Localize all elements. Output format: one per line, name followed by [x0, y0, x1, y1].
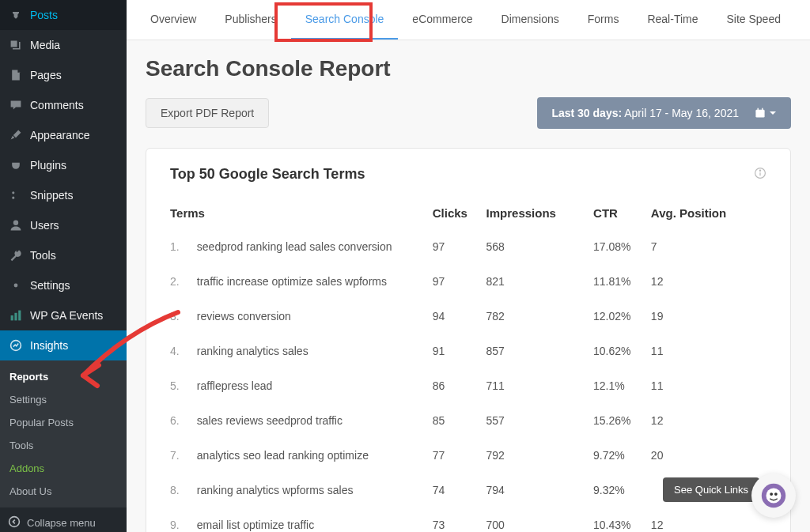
row-clicks: 97	[433, 264, 486, 299]
sidebar-item-insights[interactable]: Insights	[0, 330, 127, 360]
row-term: ranking analytics sales	[197, 334, 433, 368]
svg-rect-7	[755, 110, 764, 118]
table-row: 3. reviews conversion 94 782 12.02% 19	[170, 299, 766, 334]
mascot-button[interactable]	[751, 474, 796, 518]
svg-rect-8	[758, 108, 759, 111]
sidebar-label: Appearance	[30, 129, 90, 141]
row-number: 3.	[170, 299, 197, 334]
sidebar-label: Comments	[30, 99, 84, 111]
sidebar-item-appearance[interactable]: Appearance	[0, 120, 127, 150]
sidebar-label: Users	[30, 219, 59, 232]
info-icon[interactable]	[754, 167, 766, 183]
sidebar-label: Insights	[30, 339, 68, 352]
wrench-icon	[8, 247, 24, 263]
row-number: 5.	[170, 368, 197, 403]
calendar-icon	[755, 108, 777, 119]
tab-dimensions[interactable]: Dimensions	[487, 0, 573, 40]
sidebar-label: Posts	[30, 9, 58, 21]
sidebar-item-plugins[interactable]: Plugins	[0, 150, 127, 180]
sidebar-item-users[interactable]: Users	[0, 210, 127, 240]
row-ctr: 11.81%	[593, 264, 651, 299]
row-ctr: 15.26%	[593, 403, 651, 438]
svg-point-6	[9, 517, 20, 527]
row-clicks: 85	[433, 403, 486, 438]
tab-forms[interactable]: Forms	[573, 0, 634, 40]
main-content: Overview Publishers Search Console eComm…	[127, 0, 810, 532]
tab-ecommerce[interactable]: eCommerce	[398, 0, 486, 40]
tab-publishers[interactable]: Publishers	[210, 0, 290, 40]
table-row: 2. traffic increase optimize sales wpfor…	[170, 264, 766, 299]
sidebar-item-tools[interactable]: Tools	[0, 240, 127, 270]
collapse-menu-button[interactable]: Collapse menu	[0, 507, 127, 532]
svg-rect-4	[18, 311, 21, 321]
sidebar-item-posts[interactable]: Posts	[0, 0, 127, 30]
row-term: seedprod ranking lead sales conversion	[197, 229, 433, 264]
sidebar-label: WP GA Events	[30, 309, 103, 322]
row-number: 7.	[170, 438, 197, 473]
submenu-addons[interactable]: Addons	[0, 457, 127, 480]
svg-point-1	[14, 284, 18, 288]
tab-search-console[interactable]: Search Console	[291, 0, 399, 40]
date-range-picker[interactable]: Last 30 days: April 17 - May 16, 2021	[537, 97, 791, 129]
export-pdf-button[interactable]: Export PDF Report	[146, 98, 269, 128]
table-row: 9. email list optimize traffic 73 700 10…	[170, 507, 766, 532]
svg-point-12	[759, 170, 760, 171]
row-position: 12	[651, 507, 766, 532]
submenu-reports[interactable]: Reports	[0, 365, 127, 388]
search-terms-card: Top 50 Google Search Terms Terms Clicks …	[146, 148, 791, 532]
svg-point-0	[13, 221, 18, 225]
row-impressions: 557	[486, 403, 594, 438]
media-icon	[8, 37, 24, 53]
tab-site-speed[interactable]: Site Speed	[712, 0, 795, 40]
sidebar-item-wp-ga-events[interactable]: WP GA Events	[0, 300, 127, 330]
collapse-label: Collapse menu	[27, 517, 96, 529]
content-area: Search Console Report Export PDF Report …	[127, 40, 810, 532]
page-title: Search Console Report	[146, 56, 791, 81]
row-impressions: 792	[486, 438, 594, 473]
tab-overview[interactable]: Overview	[136, 0, 210, 40]
sidebar-label: Pages	[30, 69, 62, 81]
sidebar-item-comments[interactable]: Comments	[0, 90, 127, 120]
submenu-popular-posts[interactable]: Popular Posts	[0, 411, 127, 434]
row-ctr: 10.43%	[593, 507, 651, 532]
row-impressions: 782	[486, 299, 594, 334]
sidebar-item-pages[interactable]: Pages	[0, 60, 127, 90]
sidebar-item-settings[interactable]: Settings	[0, 270, 127, 300]
submenu-about-us[interactable]: About Us	[0, 480, 127, 503]
report-tabs: Overview Publishers Search Console eComm…	[127, 0, 810, 40]
date-range-prefix: Last 30 days:	[551, 107, 622, 119]
table-row: 5. rafflepress lead 86 711 12.1% 11	[170, 368, 766, 403]
table-row: 1. seedprod ranking lead sales conversio…	[170, 229, 766, 264]
row-position: 12	[651, 264, 766, 299]
submenu-tools[interactable]: Tools	[0, 434, 127, 457]
collapse-icon	[8, 515, 21, 530]
th-clicks: Clicks	[433, 197, 486, 229]
submenu-settings[interactable]: Settings	[0, 388, 127, 411]
row-position: 19	[651, 299, 766, 334]
th-ctr: CTR	[593, 197, 651, 229]
sidebar-item-media[interactable]: Media	[0, 30, 127, 60]
scissors-icon	[8, 187, 24, 203]
row-position: 11	[651, 334, 766, 368]
row-impressions: 857	[486, 334, 594, 368]
sidebar-item-snippets[interactable]: Snippets	[0, 180, 127, 210]
row-term: sales reviews seedprod traffic	[197, 403, 433, 438]
row-ctr: 12.1%	[593, 368, 651, 403]
row-clicks: 73	[433, 507, 486, 532]
quick-links-tooltip[interactable]: See Quick Links	[663, 477, 759, 502]
row-term: traffic increase optimize sales wpforms	[197, 264, 433, 299]
date-range-value: April 17 - May 16, 2021	[624, 107, 739, 119]
row-clicks: 86	[433, 368, 486, 403]
svg-rect-2	[11, 315, 13, 320]
sidebar-label: Settings	[30, 279, 70, 292]
chevron-down-icon	[769, 109, 777, 117]
row-term: rafflepress lead	[197, 368, 433, 403]
row-impressions: 700	[486, 507, 594, 532]
row-position: 12	[651, 403, 766, 438]
tab-real-time[interactable]: Real-Time	[633, 0, 712, 40]
insights-icon	[8, 338, 24, 353]
table-row: 4. ranking analytics sales 91 857 10.62%…	[170, 334, 766, 368]
wp-admin-sidebar: Posts Media Pages Comments Appearance Pl…	[0, 0, 127, 532]
row-number: 6.	[170, 403, 197, 438]
toolbar: Export PDF Report Last 30 days: April 17…	[146, 97, 791, 129]
